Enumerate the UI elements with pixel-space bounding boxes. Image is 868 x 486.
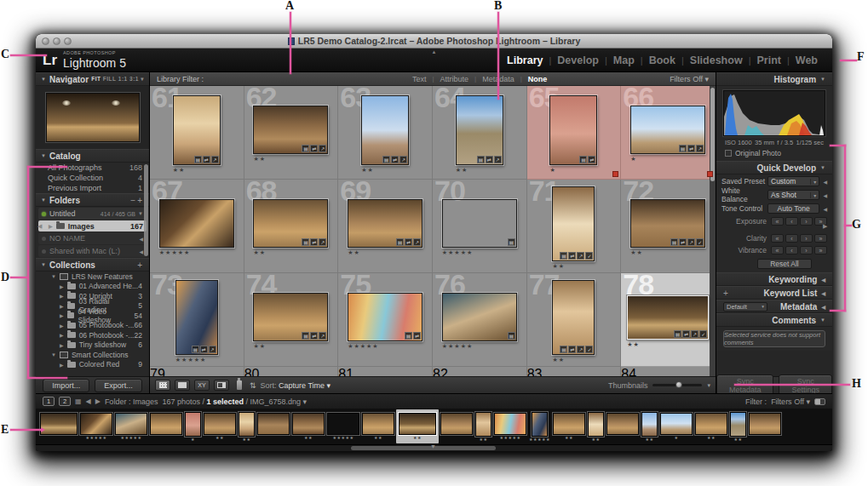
badge-icon[interactable]: ⇄ <box>568 252 576 260</box>
chevron-down-icon[interactable]: ▼ <box>51 274 56 279</box>
photo-thumbnail[interactable]: ▤⇄↗ <box>361 95 409 165</box>
main-window-button[interactable]: 1 <box>43 397 55 406</box>
catalog-item-quick-collection[interactable]: Quick Collection4 <box>36 173 149 183</box>
module-tab-slideshow[interactable]: Slideshow <box>684 54 749 66</box>
chevron-right-icon[interactable]: ▶ <box>49 223 53 229</box>
import-button[interactable]: Import... <box>43 379 89 392</box>
badge-icon[interactable]: ▤ <box>302 332 309 340</box>
grid-cell-66[interactable]: 66▤⇄↗★ <box>621 86 716 180</box>
left-panel-scrollbar[interactable] <box>144 164 148 256</box>
photo-thumbnail[interactable]: ▤⇄↗ <box>253 106 328 154</box>
grid-cell-69[interactable]: 69▤⇄↗★★ <box>338 180 433 273</box>
right-panel-collapse-icon[interactable]: ▶ <box>823 223 827 230</box>
badge-icon[interactable]: ↗ <box>319 238 326 246</box>
grid-cell-74[interactable]: 74▤⇄↗★★ <box>244 273 339 367</box>
filmstrip-thumb-9[interactable]: ★★ <box>291 409 325 443</box>
collection-04-video-slideshow[interactable]: ▶04 Video Slideshow54 <box>36 311 149 321</box>
badge-icon[interactable]: ⇄ <box>405 238 412 246</box>
star-rating[interactable]: ★★ <box>253 342 266 350</box>
badge-icon[interactable]: ↗ <box>400 156 407 163</box>
grid-cell-84[interactable]: 84 <box>621 367 716 376</box>
histogram-header[interactable]: Histogram▼ <box>716 72 832 86</box>
collection-06-photobook-[interactable]: ▶06 Photobook -...22 <box>36 330 149 340</box>
badge-icon[interactable]: ⇄ <box>486 156 493 163</box>
filmstrip-thumb-11[interactable]: ★★ <box>361 409 395 443</box>
loupe-view-button[interactable] <box>175 380 190 391</box>
white-balance-select[interactable]: As Shot▾ <box>767 190 819 200</box>
photo-thumbnail[interactable]: ▤ <box>442 199 517 248</box>
grid-cell-61[interactable]: 61▤⇄↗★★ <box>150 86 244 180</box>
stepper-button[interactable]: ‹ <box>785 234 798 243</box>
chevron-right-icon[interactable]: ▶ <box>60 312 64 318</box>
star-rating[interactable]: ★★ <box>630 249 643 256</box>
catalog-header[interactable]: ▼ Catalog <box>36 149 149 163</box>
navigator-header[interactable]: ▼ Navigator FIT FILL 1:1 3:1 ▾ <box>36 72 149 86</box>
metadata-header[interactable]: Default▾ Metadata◀ <box>716 300 832 313</box>
filmstrip-thumb-19[interactable] <box>606 409 640 443</box>
folders-header[interactable]: ▼ Folders − + <box>36 193 149 207</box>
badge-icon[interactable]: ⇄ <box>588 156 595 163</box>
badge-icon[interactable]: ⇄ <box>310 332 318 340</box>
badge-icon[interactable]: ⇄ <box>391 156 399 163</box>
collection-05-photobook-[interactable]: ▶05 Photobook -...66 <box>36 321 149 331</box>
star-rating[interactable]: ★ <box>630 155 636 163</box>
filmstrip-thumb-24[interactable] <box>748 409 782 443</box>
filmstrip-status[interactable]: 167 photos / 1 selected / IMG_6758.dng ▾ <box>162 397 307 406</box>
filmstrip-thumb-7[interactable]: ★★ <box>238 409 256 443</box>
stepper-button[interactable]: › <box>800 246 813 254</box>
badge-icon[interactable]: ▤ <box>405 332 412 340</box>
filmstrip-thumb-17[interactable]: ★★ <box>552 409 586 443</box>
grid-cell-64[interactable]: 64▤⇄↗★★ <box>433 86 527 180</box>
badge-icon[interactable]: ⇄ <box>310 145 318 152</box>
badge-icon[interactable]: ↗ <box>319 145 326 152</box>
collection-tiny-slideshow[interactable]: ▶Tiny slideshow6 <box>36 340 149 351</box>
badge-icon[interactable]: ⇄ <box>203 156 210 163</box>
photo-thumbnail[interactable]: ▤⇄↗ <box>173 95 221 165</box>
chevron-right-icon[interactable]: ▶ <box>60 332 64 338</box>
grid-cell-72[interactable]: 72▤⇄↗✓★★ <box>621 180 716 273</box>
badge-icon[interactable]: ⇄ <box>682 330 690 338</box>
star-rating[interactable]: ★★ <box>253 249 266 256</box>
collection-set-lrs-new-features[interactable]: ▼LRS New Features <box>36 272 149 282</box>
filmstrip-thumb-1[interactable] <box>39 409 78 443</box>
auto-tone-button[interactable]: Auto Tone <box>767 203 819 214</box>
collection-colored-red[interactable]: ▶Colored Red9 <box>36 360 149 370</box>
grid-view-button[interactable] <box>155 380 170 391</box>
module-tab-book[interactable]: Book <box>643 54 681 66</box>
badge-icon[interactable]: ✓ <box>696 238 704 246</box>
add-collection-button[interactable]: + <box>137 260 144 270</box>
collection-01-advanced-he-[interactable]: ▶01 Advanced He...4 <box>36 282 149 292</box>
star-rating[interactable]: ★★★★★ <box>159 249 190 256</box>
star-rating[interactable]: ★★ <box>552 262 565 270</box>
grid-cell-77[interactable]: 77▤⇄↗✓★★ <box>527 273 622 367</box>
photo-thumbnail[interactable]: ▤⇄↗ <box>348 199 423 248</box>
photo-thumbnail[interactable]: ▤⇄↗✓ <box>552 280 595 355</box>
toolbar-options-icon[interactable]: ▾ <box>707 382 710 389</box>
filmstrip-thumb-2[interactable]: ★★★★★ <box>79 409 113 443</box>
photo-thumbnail[interactable]: ▤⇄↗ <box>630 106 705 154</box>
badge-icon[interactable]: ✓ <box>699 330 707 338</box>
filmstrip-scrollbar-thumb[interactable] <box>351 446 496 450</box>
original-photo-checkbox[interactable] <box>725 150 732 157</box>
filmstrip-thumb-14[interactable]: ★★ <box>474 409 492 443</box>
badge-icon[interactable]: ↗ <box>577 252 584 260</box>
grid-cell-83[interactable]: 83 <box>527 367 622 376</box>
grid-cell-62[interactable]: 62▤⇄↗★★ <box>244 86 339 180</box>
photo-thumbnail[interactable]: ▤⇄↗✓ <box>552 186 595 261</box>
filmstrip-thumb-21[interactable]: ★ <box>659 409 693 443</box>
star-rating[interactable]: ★★ <box>348 249 360 256</box>
badge-icon[interactable]: ↗ <box>319 332 326 340</box>
filmstrip-thumb-6[interactable]: ★★ <box>203 409 237 443</box>
filmstrip-thumb-8[interactable] <box>256 409 290 443</box>
filter-option-attribute[interactable]: Attribute <box>434 75 475 83</box>
chevron-right-icon[interactable]: ▶ <box>60 283 64 289</box>
badge-icon[interactable]: ⇄ <box>310 238 318 246</box>
module-tab-library[interactable]: Library <box>501 54 549 66</box>
filmstrip-thumb-5[interactable]: ★ <box>184 409 202 443</box>
badge-icon[interactable]: ▤ <box>508 238 515 246</box>
reset-all-button[interactable]: Reset All <box>757 259 812 269</box>
grid-cell-65[interactable]: 65▤⇄★ <box>527 86 622 180</box>
badge-icon[interactable]: ⇄ <box>568 346 576 353</box>
folder-row-images[interactable]: ▶Images167 <box>38 220 147 232</box>
photo-thumbnail[interactable]: ▤⇄↗ <box>253 199 328 248</box>
